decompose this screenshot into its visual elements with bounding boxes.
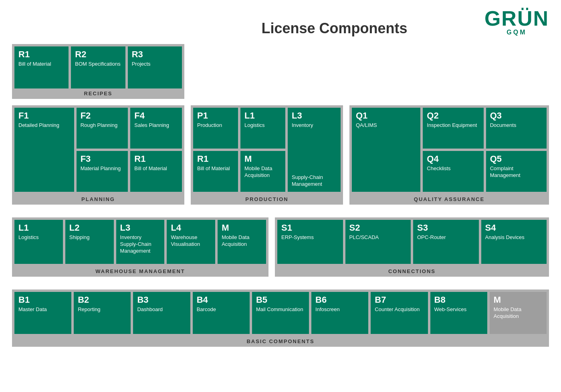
tile-s2[interactable]: S2 PLC/SCADA <box>345 220 411 264</box>
tile-label: Barcode <box>197 306 216 313</box>
quality-footer: QUALITY ASSURANCE <box>349 194 549 205</box>
planning-footer: PLANNING <box>12 194 184 205</box>
warehouse-footer: WAREHOUSE MANAGEMENT <box>12 266 268 277</box>
tile-code: Q3 <box>490 111 502 121</box>
connections-section: S1 ERP-Systems S2 PLC/SCADA S3 OPC-Route… <box>275 217 549 277</box>
tile-label: Infoscreen <box>315 306 340 313</box>
tile-label-inventory: Inventory <box>292 122 313 129</box>
tile-m-wh[interactable]: M Mobile Data Acquisition <box>218 220 266 264</box>
tile-b5[interactable]: B5 Mail Communication <box>252 292 309 334</box>
tile-q1[interactable]: Q1 QA/LIMS <box>352 108 420 192</box>
tile-code: L4 <box>171 223 181 233</box>
tile-q5[interactable]: Q5 Complaint Management <box>486 151 547 192</box>
tile-label: Bill of Material <box>197 165 230 172</box>
tile-label: Mobile Data Acquisition <box>244 165 281 179</box>
quality-body: Q1 QA/LIMS Q2 Inspection Equipment Q4 Ch… <box>349 105 549 194</box>
tile-b1[interactable]: B1 Master Data <box>14 292 71 334</box>
tile-label: Mail Communication <box>256 306 303 313</box>
tile-code: F1 <box>18 111 29 121</box>
production-p1-r1-stack: P1 Production R1 Bill of Material <box>193 108 238 192</box>
tile-code: L3 <box>120 223 131 233</box>
production-l1-m-stack: L1 Logistics M Mobile Data Acquisition <box>240 108 285 192</box>
tile-code: Q4 <box>427 154 438 164</box>
tile-code: L2 <box>69 223 80 233</box>
recipes-section: R1 Bill of Material R2 BOM Specification… <box>12 44 184 99</box>
tile-b7[interactable]: B7 Counter Acquisition <box>371 292 428 334</box>
tile-label: Mobile Data Acquisition <box>494 306 543 320</box>
tile-label: Dashboard <box>137 306 163 313</box>
tile-code: R1 <box>134 154 145 164</box>
tile-code: P1 <box>197 111 208 121</box>
tile-code: S2 <box>349 223 360 233</box>
tile-r3[interactable]: R3 Projects <box>128 46 182 88</box>
tile-r1-recipe[interactable]: R1 Bill of Material <box>14 46 69 88</box>
tile-l1-wh[interactable]: L1 Logistics <box>14 220 63 264</box>
tile-r1-planning[interactable]: R1 Bill of Material <box>130 151 182 192</box>
quality-section: Q1 QA/LIMS Q2 Inspection Equipment Q4 Ch… <box>349 105 549 205</box>
tile-r2[interactable]: R2 BOM Specifications <box>71 46 125 88</box>
tile-l1-prod[interactable]: L1 Logistics <box>240 108 285 149</box>
warehouse-body: L1 Logistics L2 Shipping L3 Inventory Su… <box>12 217 268 266</box>
tile-label: Documents <box>490 122 517 129</box>
tile-l2-wh[interactable]: L2 Shipping <box>65 220 114 264</box>
tile-label: QA/LIMS <box>356 122 377 129</box>
tile-q3[interactable]: Q3 Documents <box>486 108 547 149</box>
tile-code: R2 <box>75 50 86 59</box>
tile-f1[interactable]: F1 Detailed Planning <box>14 108 74 192</box>
tile-label: Counter Acquisition <box>375 306 420 313</box>
connections-body: S1 ERP-Systems S2 PLC/SCADA S3 OPC-Route… <box>275 217 549 266</box>
tile-label: Sales Planning <box>134 122 169 129</box>
header: License Components GRÜN GQM <box>12 8 549 37</box>
tile-label: Logistics <box>18 234 39 241</box>
tile-b4[interactable]: B4 Barcode <box>193 292 250 334</box>
tile-label: Production <box>197 122 222 129</box>
tile-b8[interactable]: B8 Web-Services <box>430 292 487 334</box>
tile-label: Rough Planning <box>81 122 118 129</box>
tile-code: B2 <box>78 295 89 305</box>
wh-conn-row: L1 Logistics L2 Shipping L3 Inventory Su… <box>12 217 549 283</box>
tile-s4[interactable]: S4 Analysis Devices <box>481 220 547 264</box>
tile-b6[interactable]: B6 Infoscreen <box>311 292 368 334</box>
basic-body: B1 Master Data B2 Reporting B3 Dashboard… <box>12 289 549 336</box>
tile-s3[interactable]: S3 OPC-Router <box>413 220 479 264</box>
tile-code: F3 <box>81 154 91 164</box>
tile-b3[interactable]: B3 Dashboard <box>133 292 190 334</box>
tile-code: S4 <box>485 223 496 233</box>
planning-section: F1 Detailed Planning F2 Rough Planning F… <box>12 105 184 205</box>
tile-r1-prod[interactable]: R1 Bill of Material <box>193 151 238 192</box>
tile-f4[interactable]: F4 Sales Planning <box>130 108 182 149</box>
tile-label: Bill of Material <box>134 165 167 172</box>
tile-b2[interactable]: B2 Reporting <box>74 292 131 334</box>
tile-l3-prod[interactable]: L3InventorySupply-Chain Management <box>288 108 341 192</box>
tile-s1[interactable]: S1 ERP-Systems <box>277 220 343 264</box>
planning-f4-r1-stack: F4 Sales Planning R1 Bill of Material <box>130 108 182 192</box>
logo-sub: GQM <box>507 29 527 36</box>
recipes-body: R1 Bill of Material R2 BOM Specification… <box>12 44 184 88</box>
tile-label: Reporting <box>78 306 100 313</box>
tile-f3[interactable]: F3 Material Planning <box>77 151 128 192</box>
tile-label: Material Planning <box>81 165 121 172</box>
tile-l4-wh[interactable]: L4 Warehouse Visualisation <box>167 220 215 264</box>
tile-code: Q1 <box>356 111 367 121</box>
planning-body: F1 Detailed Planning F2 Rough Planning F… <box>12 105 184 194</box>
quality-q2-q4-stack: Q2 Inspection Equipment Q4 Checklists <box>423 108 483 192</box>
tile-label: Bill of Material <box>18 61 51 68</box>
tile-code: B5 <box>256 295 267 305</box>
tile-code: S3 <box>417 223 428 233</box>
production-body: P1 Production R1 Bill of Material L1 Log… <box>191 105 343 194</box>
tile-m-prod[interactable]: M Mobile Data Acquisition <box>240 151 285 192</box>
tile-p1[interactable]: P1 Production <box>193 108 238 149</box>
tile-label: Complaint Management <box>490 165 543 179</box>
tile-code: B6 <box>315 295 327 305</box>
tile-q4[interactable]: Q4 Checklists <box>423 151 483 192</box>
tile-q2[interactable]: Q2 Inspection Equipment <box>423 108 483 149</box>
tile-f2[interactable]: F2 Rough Planning <box>77 108 128 149</box>
tile-label: Inventory Supply-Chain Management <box>120 234 161 255</box>
tile-m-basic[interactable]: M Mobile Data Acquisition <box>490 292 547 334</box>
tile-l3-wh[interactable]: L3 Inventory Supply-Chain Management <box>116 220 165 264</box>
tile-label: Logistics <box>244 122 265 129</box>
tile-label-supply: Supply-Chain Management <box>292 174 337 188</box>
tile-label: ERP-Systems <box>281 234 314 241</box>
tile-label: Warehouse Visualisation <box>171 234 211 248</box>
tile-code: Q5 <box>490 154 502 164</box>
